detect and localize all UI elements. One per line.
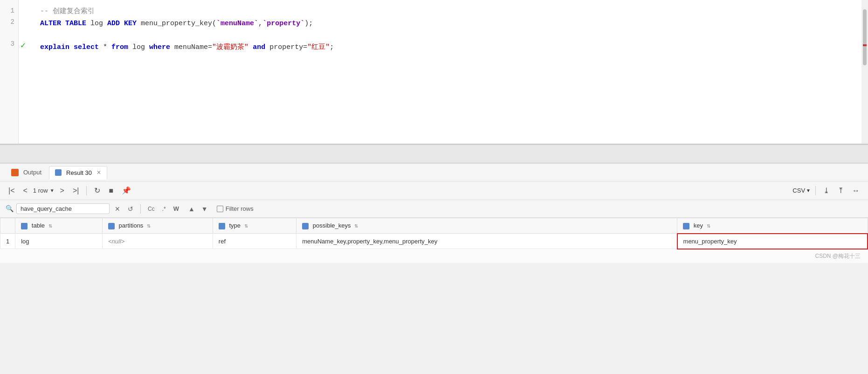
filter-rows-label: Filter rows — [226, 205, 254, 212]
table-row: 1 log <null> ref menuName_key,property_k… — [0, 234, 868, 249]
sort-icon-possible-keys[interactable]: ⇅ — [354, 223, 358, 229]
and-kw: and — [253, 43, 265, 51]
col-icon-table — [21, 223, 28, 229]
line-numbers: 1 2 3 — [0, 0, 19, 144]
from-keyword: from — [111, 43, 128, 51]
col-icon-partitions — [108, 223, 115, 229]
stop-button[interactable]: ■ — [106, 185, 116, 196]
cell-key: menu_property_key — [677, 234, 868, 249]
row-count-text: 1 row — [33, 187, 48, 194]
table-name: log — [128, 43, 149, 51]
result-table: table ⇅ partitions ⇅ type ⇅ — [0, 218, 868, 249]
scrollbar-mark — [863, 44, 867, 46]
nav-up-button[interactable]: ▲ — [186, 204, 197, 214]
nav-down-button[interactable]: ▼ — [199, 204, 210, 214]
watermark: CSDN @梅花十三 — [0, 249, 868, 263]
toolbar-divider-2 — [815, 186, 816, 195]
pin-button[interactable]: 📌 — [119, 185, 134, 196]
col-header-type[interactable]: type ⇅ — [213, 218, 296, 234]
watermark-text: CSDN @梅花十三 — [815, 253, 861, 259]
word-button[interactable]: W — [171, 204, 181, 213]
col-icon-possible-keys — [302, 223, 309, 229]
search-magnifier-icon: 🔍 — [6, 205, 14, 213]
refresh-button[interactable]: ↻ — [91, 185, 103, 196]
table-container[interactable]: table ⇅ partitions ⇅ type ⇅ — [0, 218, 868, 249]
col-label-key: key — [694, 222, 703, 229]
row-count-arrow[interactable]: ▼ — [50, 188, 55, 193]
field-name: menuName= — [170, 43, 212, 51]
code-plain-1: log — [86, 20, 107, 28]
search-undo-button[interactable]: ↺ — [125, 204, 136, 214]
scrollbar[interactable] — [861, 0, 868, 144]
backtick-field-1: `menuName` — [216, 20, 258, 28]
download-button[interactable]: ⤓ — [820, 185, 832, 196]
sort-icon-type[interactable]: ⇅ — [244, 223, 248, 229]
expand-button[interactable]: ↔ — [849, 185, 862, 196]
col-icon-key — [683, 223, 689, 229]
col-icon-type — [219, 223, 225, 229]
result-tab-label: Result 30 — [66, 169, 92, 176]
csv-arrow: ▼ — [806, 188, 811, 193]
tabs-bar: Output Result 30 ✕ — [0, 164, 868, 181]
first-page-button[interactable]: |< — [6, 185, 18, 196]
col-header-partitions[interactable]: partitions ⇅ — [102, 218, 213, 234]
comment-line: -- 创建复合索引 — [40, 7, 95, 15]
and-keyword — [248, 43, 253, 51]
search-icon-area: 🔍 — [6, 205, 14, 213]
value-string-2: "红豆" — [307, 43, 330, 51]
where-keyword: where — [149, 43, 170, 51]
search-divider — [140, 204, 141, 214]
scrollbar-thumb[interactable] — [863, 9, 867, 65]
output-tab-label: Output — [23, 169, 41, 176]
cell-partitions: <null> — [102, 234, 213, 249]
tab-result[interactable]: Result 30 ✕ — [49, 166, 107, 180]
sort-icon-key[interactable]: ⇅ — [707, 223, 710, 229]
prev-page-button[interactable]: < — [21, 185, 30, 196]
sort-icon-table[interactable]: ⇅ — [48, 223, 52, 229]
toolbar-divider-1 — [86, 186, 87, 195]
tab-output[interactable]: Output — [6, 166, 47, 179]
cell-possible-keys: menuName_key,property_key,menu_property_… — [296, 234, 677, 249]
value-string-1: "波霸奶茶" — [212, 43, 248, 51]
next-page-button[interactable]: > — [57, 185, 67, 196]
last-page-button[interactable]: >| — [70, 185, 82, 196]
code-plain-2: menu_property_key( — [137, 20, 216, 28]
nav-buttons: ▲ ▼ — [186, 204, 210, 214]
case-button[interactable]: Cc — [145, 205, 157, 213]
col-label-partitions: partitions — [119, 222, 144, 229]
panel-separator — [0, 145, 868, 163]
star-plain: * — [99, 43, 111, 51]
code-plain-3: ); — [304, 20, 313, 28]
search-input[interactable] — [16, 203, 110, 214]
comma-sep: , — [258, 20, 262, 28]
search-bar: 🔍 ✕ ↺ Cc .* W ▲ ▼ Filter rows — [0, 200, 868, 218]
tab-close-icon[interactable]: ✕ — [96, 169, 101, 176]
csv-button[interactable]: CSV ▼ — [792, 187, 811, 194]
success-check-icon: ✓ — [21, 41, 26, 50]
csv-label: CSV — [792, 187, 805, 194]
result-table-icon — [55, 169, 62, 176]
output-icon — [11, 169, 19, 176]
search-clear-button[interactable]: ✕ — [112, 204, 123, 214]
explain-keyword: explain select — [40, 43, 99, 51]
code-area[interactable]: -- 创建复合索引 ALTER TABLE log ADD KEY menu_p… — [33, 0, 861, 144]
code-editor: 1 2 3 ✓ -- 创建复合索引 ALTER TABLE log ADD KE… — [0, 0, 868, 145]
cell-table: log — [15, 234, 103, 249]
filter-rows-button[interactable]: Filter rows — [213, 204, 257, 213]
regex-button[interactable]: .* — [160, 205, 168, 213]
sort-icon-partitions[interactable]: ⇅ — [147, 223, 151, 229]
col-label-possible-keys: possible_keys — [313, 222, 351, 229]
col-header-key[interactable]: key ⇅ — [677, 218, 868, 234]
col-header-possible-keys[interactable]: possible_keys ⇅ — [296, 218, 677, 234]
filter-checkbox-icon — [217, 206, 223, 212]
row-count-label: 1 row ▼ — [33, 187, 55, 194]
upload-button[interactable]: ⤒ — [835, 185, 847, 196]
bottom-panel: Output Result 30 ✕ |< < 1 row ▼ > >| ↻ ■… — [0, 163, 868, 263]
col-label-type: type — [229, 222, 241, 229]
alter-keyword: ALTER TABLE — [40, 20, 86, 28]
add-key-keyword: ADD KEY — [107, 20, 137, 28]
result-toolbar: |< < 1 row ▼ > >| ↻ ■ 📌 CSV ▼ ⤓ ⤒ ↔ — [0, 181, 868, 200]
gutter-icons: ✓ — [19, 0, 33, 144]
cell-type: ref — [213, 234, 296, 249]
col-header-table[interactable]: table ⇅ — [15, 218, 103, 234]
